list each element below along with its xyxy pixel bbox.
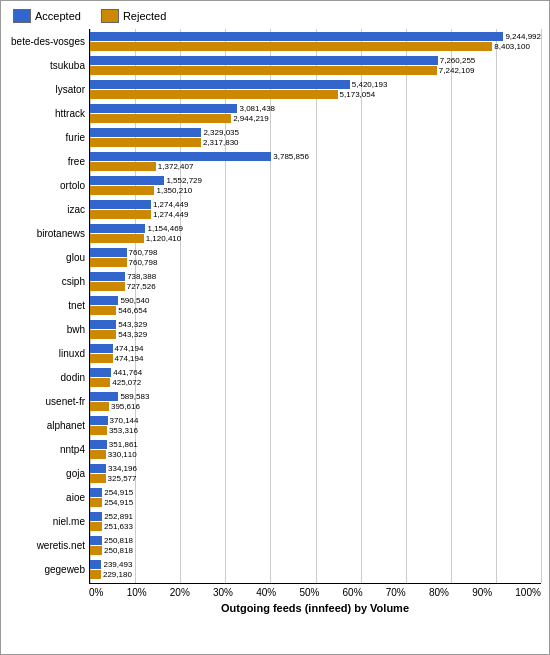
chart-container: Accepted Rejected bete-des-vosgestsukuba… bbox=[0, 0, 550, 655]
x-axis-label: 30% bbox=[213, 587, 233, 598]
accepted-bar bbox=[90, 248, 127, 257]
accepted-bar bbox=[90, 464, 106, 473]
accepted-value: 7,260,255 bbox=[440, 56, 476, 65]
rejected-bar bbox=[90, 234, 144, 243]
accepted-bar bbox=[90, 80, 350, 89]
y-axis-label: alphanet bbox=[9, 413, 89, 437]
accepted-value: 1,552,729 bbox=[166, 176, 202, 185]
x-axis-label: 60% bbox=[343, 587, 363, 598]
rejected-bar bbox=[90, 282, 125, 291]
rejected-value: 7,242,109 bbox=[439, 66, 475, 75]
y-axis-label: nntp4 bbox=[9, 437, 89, 461]
x-axis-label: 90% bbox=[472, 587, 492, 598]
x-axis-label: 80% bbox=[429, 587, 449, 598]
rejected-value: 727,526 bbox=[127, 282, 156, 291]
rejected-value: 425,072 bbox=[112, 378, 141, 387]
accepted-bar bbox=[90, 560, 101, 569]
accepted-value: 351,861 bbox=[109, 440, 138, 449]
x-axis-label: 50% bbox=[299, 587, 319, 598]
bar-row: 3,785,8561,372,407 bbox=[90, 149, 541, 173]
bar-row: 441,764425,072 bbox=[90, 365, 541, 389]
accepted-value: 760,798 bbox=[129, 248, 158, 257]
rejected-bar bbox=[90, 186, 154, 195]
rejected-value: 2,317,830 bbox=[203, 138, 239, 147]
accepted-value: 252,891 bbox=[104, 512, 133, 521]
rejected-bar bbox=[90, 210, 151, 219]
accepted-bar bbox=[90, 128, 201, 137]
accepted-bar bbox=[90, 296, 118, 305]
x-axis-label: 40% bbox=[256, 587, 276, 598]
bar-row: 351,861330,110 bbox=[90, 437, 541, 461]
bars-area: 9,244,9928,403,1007,260,2557,242,1095,42… bbox=[89, 29, 541, 584]
bar-row: 589,583395,616 bbox=[90, 389, 541, 413]
bar-row: 738,388727,526 bbox=[90, 269, 541, 293]
rejected-value: 760,798 bbox=[129, 258, 158, 267]
y-axis-label: birotanews bbox=[9, 221, 89, 245]
bar-row: 590,540546,654 bbox=[90, 293, 541, 317]
accepted-bar bbox=[90, 416, 108, 425]
rejected-bar bbox=[90, 402, 109, 411]
y-axis-label: ortolo bbox=[9, 173, 89, 197]
accepted-value: 254,915 bbox=[104, 488, 133, 497]
rejected-bar bbox=[90, 522, 102, 531]
rejected-value: 251,633 bbox=[104, 522, 133, 531]
x-axis-label: 20% bbox=[170, 587, 190, 598]
rejected-bar bbox=[90, 162, 156, 171]
y-axis-label: usenet-fr bbox=[9, 389, 89, 413]
legend-rejected-label: Rejected bbox=[123, 10, 166, 22]
x-axis-label: 0% bbox=[89, 587, 103, 598]
rejected-value: 543,329 bbox=[118, 330, 147, 339]
rejected-value: 1,350,210 bbox=[156, 186, 192, 195]
accepted-value: 1,154,469 bbox=[147, 224, 183, 233]
rejected-value: 2,944,219 bbox=[233, 114, 269, 123]
rejected-value: 1,120,410 bbox=[146, 234, 182, 243]
y-axis-label: lysator bbox=[9, 77, 89, 101]
y-axis-label: tnet bbox=[9, 293, 89, 317]
rejected-value: 254,915 bbox=[104, 498, 133, 507]
bar-row: 1,552,7291,350,210 bbox=[90, 173, 541, 197]
accepted-value: 334,196 bbox=[108, 464, 137, 473]
accepted-bar bbox=[90, 32, 503, 41]
legend-rejected-box bbox=[101, 9, 119, 23]
bar-row: 254,915254,915 bbox=[90, 485, 541, 509]
accepted-bar bbox=[90, 392, 118, 401]
rejected-bar bbox=[90, 570, 101, 579]
accepted-bar bbox=[90, 56, 438, 65]
accepted-bar bbox=[90, 272, 125, 281]
x-axis-label: 70% bbox=[386, 587, 406, 598]
bar-row: 1,154,4691,120,410 bbox=[90, 221, 541, 245]
rejected-bar bbox=[90, 258, 127, 267]
rejected-value: 250,818 bbox=[104, 546, 133, 555]
bar-row: 1,274,4491,274,449 bbox=[90, 197, 541, 221]
accepted-value: 239,493 bbox=[103, 560, 132, 569]
accepted-value: 474,194 bbox=[115, 344, 144, 353]
bar-row: 252,891251,633 bbox=[90, 509, 541, 533]
accepted-bar bbox=[90, 200, 151, 209]
accepted-bar bbox=[90, 512, 102, 521]
rejected-value: 1,372,407 bbox=[158, 162, 194, 171]
rejected-value: 330,110 bbox=[108, 450, 137, 459]
rejected-bar bbox=[90, 114, 231, 123]
rejected-bar bbox=[90, 450, 106, 459]
y-axis-label: weretis.net bbox=[9, 533, 89, 557]
rejected-value: 5,173,054 bbox=[340, 90, 376, 99]
rejected-value: 546,654 bbox=[118, 306, 147, 315]
x-axis-title: Outgoing feeds (innfeed) by Volume bbox=[89, 602, 541, 614]
rejected-bar bbox=[90, 354, 113, 363]
accepted-value: 9,244,992 bbox=[505, 32, 541, 41]
rejected-bar bbox=[90, 498, 102, 507]
accepted-bar bbox=[90, 440, 107, 449]
accepted-value: 250,818 bbox=[104, 536, 133, 545]
y-axis-label: free bbox=[9, 149, 89, 173]
legend: Accepted Rejected bbox=[9, 9, 541, 23]
bar-row: 3,081,4382,944,219 bbox=[90, 101, 541, 125]
accepted-bar bbox=[90, 344, 113, 353]
legend-accepted: Accepted bbox=[13, 9, 81, 23]
bar-row: 760,798760,798 bbox=[90, 245, 541, 269]
y-axis-label: bwh bbox=[9, 317, 89, 341]
rejected-bar bbox=[90, 474, 106, 483]
bar-row: 474,194474,194 bbox=[90, 341, 541, 365]
accepted-bar bbox=[90, 488, 102, 497]
x-axis-label: 10% bbox=[127, 587, 147, 598]
accepted-value: 2,329,035 bbox=[203, 128, 239, 137]
